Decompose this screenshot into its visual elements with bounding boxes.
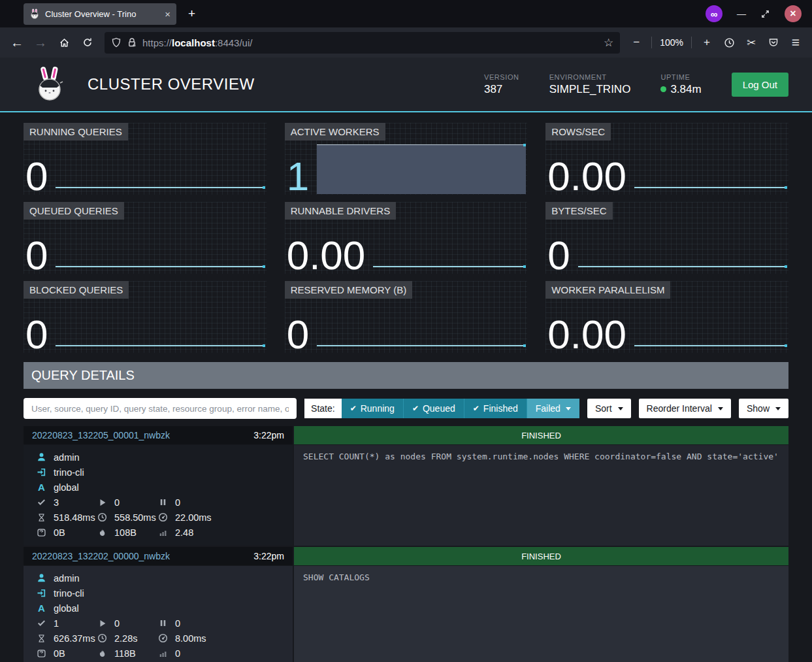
sparkline (634, 345, 787, 346)
browser-window: Cluster Overview - Trino × + ∞ — × ← → (0, 0, 812, 662)
stat-panel-active-workers: ACTIVE WORKERS 1 (285, 123, 528, 195)
stat-label: ROWS/SEC (545, 123, 611, 141)
home-button[interactable] (54, 32, 74, 53)
current-memory: 0B (54, 648, 65, 659)
history-button[interactable] (719, 33, 739, 52)
back-button[interactable]: ← (7, 32, 27, 53)
tab-close-icon[interactable]: × (165, 8, 171, 20)
uptime-block: UPTIME 3.84m (660, 73, 701, 96)
query-resource-group: global (54, 482, 79, 493)
query-source: trino-cli (54, 467, 84, 478)
query-id-bar: 20220823_132202_00000_nwbzk 3:22pm (24, 547, 293, 565)
resource-group-icon: A (36, 482, 47, 493)
version-label: VERSION (484, 73, 519, 81)
query-meta: admin trino-cli Aglobal 3 0 0 518.48ms 5… (24, 445, 293, 546)
browser-tab[interactable]: Cluster Overview - Trino × (24, 3, 176, 25)
stat-value: 0.00 (545, 157, 626, 195)
cumulative-memory: 108B (114, 527, 137, 538)
filter-failed-dropdown[interactable]: Failed (527, 399, 579, 418)
query-search-input[interactable] (24, 398, 297, 419)
toolbar-divider (651, 37, 652, 48)
stat-panel-running-queries: RUNNING QUERIES 0 (24, 123, 267, 195)
query-id-link[interactable]: 20220823_132205_00001_nwbzk (32, 430, 170, 440)
stat-panel-bytes-sec: BYTES/SEC 0 (545, 202, 788, 274)
zoom-out-button[interactable]: − (626, 33, 646, 52)
version-block: VERSION 387 (484, 73, 519, 96)
bookmark-star-icon[interactable]: ☆ (604, 36, 613, 50)
lock-warning-icon[interactable] (127, 37, 137, 48)
sparkline (634, 187, 787, 188)
pocket-save-button[interactable] (764, 33, 783, 52)
stat-value: 0 (24, 237, 48, 274)
query-filter-toolbar: State: ✔Running ✔Queued ✔Finished Failed… (24, 398, 788, 419)
cpu-time: 8.00ms (175, 633, 206, 644)
chevron-down-icon (566, 407, 571, 410)
fire-icon (97, 648, 108, 658)
scale-icon (36, 528, 47, 537)
show-dropdown[interactable]: Show (739, 399, 788, 418)
queued-splits-icon (157, 498, 169, 506)
private-browsing-icon: ∞ (706, 5, 723, 22)
sort-dropdown[interactable]: Sort (587, 399, 631, 418)
logout-button[interactable]: Log Out (732, 73, 788, 97)
gauge-icon (157, 633, 169, 643)
stat-panel-blocked-queries: BLOCKED QUERIES 0 (24, 281, 267, 353)
zoom-in-button[interactable]: + (697, 33, 717, 52)
query-row: 20220823_132205_00001_nwbzk 3:22pm FINIS… (24, 426, 788, 546)
window-restore-button[interactable] (760, 9, 770, 19)
window-close-button[interactable]: × (785, 5, 802, 22)
query-id-bar: 20220823_132205_00001_nwbzk 3:22pm (24, 426, 293, 444)
query-sql-text: SHOW CATALOGS (294, 566, 788, 662)
stat-label: BYTES/SEC (545, 202, 612, 220)
completed-splits-icon (36, 618, 47, 628)
user-icon (36, 573, 47, 583)
stat-panel-rows-sec: ROWS/SEC 0.00 (545, 123, 788, 195)
uptime-status-dot (660, 86, 666, 92)
sign-in-icon (36, 467, 47, 477)
menu-button[interactable]: ≡ (786, 33, 805, 52)
sign-in-icon (36, 588, 47, 598)
stat-panel-reserved-memory: RESERVED MEMORY (B) 0 (285, 281, 528, 353)
address-bar[interactable]: https://localhost:8443/ui/ ☆ (105, 32, 620, 54)
sparkline (578, 266, 787, 267)
chevron-down-icon (718, 407, 723, 410)
query-resource-group: global (54, 603, 79, 614)
running-splits-icon (97, 619, 108, 628)
parallelism: 0 (175, 648, 180, 659)
screenshot-button[interactable]: ✂ (741, 33, 761, 52)
stat-value: 0 (24, 316, 48, 353)
forward-button: → (30, 32, 51, 53)
query-source: trino-cli (54, 588, 84, 599)
new-tab-button[interactable]: + (188, 7, 195, 21)
wall-time: 626.37ms (54, 633, 95, 644)
stat-label: RUNNING QUERIES (24, 123, 128, 141)
stat-panel-runnable-drivers: RUNNABLE DRIVERS 0.00 (285, 202, 528, 274)
environment-label: ENVIRONMENT (549, 73, 631, 81)
stat-value: 0.00 (285, 237, 366, 274)
query-user: admin (54, 573, 80, 584)
stat-value: 1 (285, 157, 309, 195)
sparkline (317, 345, 526, 346)
zoom-level[interactable]: 100% (657, 37, 686, 48)
parallelism: 2.48 (175, 527, 193, 538)
reload-button[interactable] (77, 32, 98, 53)
filter-running-button[interactable]: ✔Running (342, 399, 403, 418)
window-minimize-button[interactable]: — (737, 8, 746, 19)
uptime-value: 3.84m (670, 83, 701, 96)
page-title: CLUSTER OVERVIEW (88, 75, 255, 93)
tracking-shield-icon[interactable] (111, 37, 122, 48)
navigation-toolbar: ← → (0, 27, 812, 58)
filter-queued-button[interactable]: ✔Queued (403, 399, 464, 418)
filter-finished-button[interactable]: ✔Finished (464, 399, 527, 418)
completed-splits: 1 (54, 618, 59, 629)
queued-splits-icon (157, 619, 169, 627)
trino-bunny-logo (34, 66, 67, 103)
query-id-link[interactable]: 20220823_132202_00000_nwbzk (32, 551, 170, 561)
stat-label: RUNNABLE DRIVERS (285, 202, 397, 220)
running-splits-icon (97, 498, 108, 507)
reorder-interval-dropdown[interactable]: Reorder Interval (639, 399, 731, 418)
query-status-badge: FINISHED (294, 426, 788, 444)
url-text[interactable]: https://localhost:8443/ui/ (142, 37, 598, 48)
query-status-badge: FINISHED (294, 547, 788, 565)
cluster-header: CLUSTER OVERVIEW VERSION 387 ENVIRONMENT… (0, 58, 812, 112)
